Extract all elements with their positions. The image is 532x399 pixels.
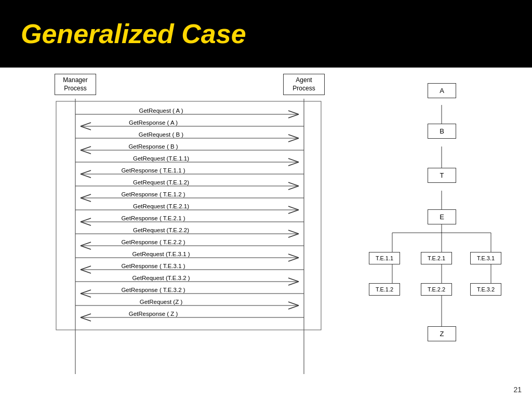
svg-text:GetRequest ( B ): GetRequest ( B ) [139,131,183,138]
header: Generalized Case [0,0,532,68]
svg-line-51 [288,254,299,258]
svg-line-59 [288,278,299,282]
svg-line-19 [288,158,299,162]
svg-text:GetRequest (T.E.1.1): GetRequest (T.E.1.1) [133,155,189,162]
sequence-diagram-svg: GetRequest ( A ) GetResponse ( A ) GetRe… [0,68,353,399]
svg-line-28 [288,186,299,190]
svg-line-15 [81,147,91,150]
svg-line-68 [288,305,299,309]
svg-line-47 [81,242,91,246]
svg-text:GetResponse ( T.E.3.2 ): GetResponse ( T.E.3.2 ) [121,287,185,293]
svg-text:GetRequest (Z ): GetRequest (Z ) [140,299,183,305]
tree-node-b: B [428,124,456,139]
svg-line-52 [288,258,299,261]
svg-text:GetRequest (T.E.2.2): GetRequest (T.E.2.2) [133,227,189,233]
svg-line-56 [81,270,91,273]
tree-node-a: A [428,83,456,98]
svg-text:GetResponse ( T.E.2.2 ): GetResponse ( T.E.2.2 ) [121,239,185,245]
svg-rect-74 [52,148,322,327]
svg-line-55 [81,266,91,270]
tree-node-te32: T.E.3.2 [470,283,501,296]
svg-line-63 [81,290,91,294]
tree-node-te11: T.E.1.1 [369,252,400,264]
svg-line-44 [288,234,299,237]
tree-svg [353,68,532,399]
svg-line-20 [288,162,299,166]
svg-text:GetRequest (T.E.1.2): GetRequest (T.E.1.2) [133,179,189,185]
svg-line-43 [288,230,299,234]
svg-line-36 [288,210,299,214]
sequence-diagram: ManagerProcess AgentProcess GetRequest (… [0,68,353,399]
svg-line-39 [81,218,91,222]
svg-line-7 [81,123,91,126]
tree-node-z: Z [428,326,456,341]
svg-line-8 [81,126,91,130]
svg-line-48 [81,246,91,249]
svg-rect-75 [56,101,321,330]
svg-line-67 [288,302,299,305]
tree-node-e: E [428,209,456,224]
svg-line-11 [288,135,299,138]
page-title: Generalized Case [21,18,246,49]
svg-line-60 [288,282,299,285]
svg-line-40 [81,222,91,225]
svg-line-35 [288,206,299,210]
tree-node-t: T [428,168,456,183]
svg-line-31 [81,194,91,198]
svg-line-3 [288,111,299,114]
svg-text:GetRequest ( A ): GetRequest ( A ) [139,108,183,114]
svg-text:GetResponse ( T.E.3.1 ): GetResponse ( T.E.3.1 ) [121,263,185,269]
svg-line-23 [81,170,91,174]
main-content: ManagerProcess AgentProcess GetRequest (… [0,68,532,399]
agent-process-box: AgentProcess [283,74,325,95]
svg-line-72 [81,317,91,321]
svg-text:GetResponse ( A ): GetResponse ( A ) [129,119,178,126]
tree-node-te12: T.E.1.2 [369,283,400,296]
svg-line-4 [288,114,299,118]
svg-text:GetResponse ( Z ): GetResponse ( Z ) [129,311,178,317]
svg-text:GetResponse ( T.E.1.1 ): GetResponse ( T.E.1.1 ) [121,167,185,174]
tree-node-te22: T.E.2.2 [421,283,452,296]
svg-text:GetResponse ( T.E.2.1 ): GetResponse ( T.E.2.1 ) [121,215,185,221]
tree-node-te21: T.E.2.1 [421,252,452,264]
svg-text:GetResponse ( B ): GetResponse ( B ) [128,143,178,150]
svg-line-71 [81,314,91,317]
tree-node-te31: T.E.3.1 [470,252,501,264]
svg-text:GetRequest (T.E.3.1 ): GetRequest (T.E.3.1 ) [132,251,190,257]
svg-line-24 [81,174,91,178]
svg-line-16 [81,150,91,154]
tree-area: A B T E T.E.1.1 T.E.2.1 T.E.3.1 T.E.1.2 … [353,68,532,399]
svg-line-64 [81,294,91,297]
svg-line-27 [288,182,299,186]
svg-text:GetResponse ( T.E.1.2 ): GetResponse ( T.E.1.2 ) [121,191,185,197]
svg-text:GetRequest (T.E.3.2 ): GetRequest (T.E.3.2 ) [132,275,190,281]
svg-line-32 [81,198,91,202]
svg-line-12 [288,138,299,142]
page-number: 21 [513,385,522,394]
svg-text:GetRequest (T.E.2.1): GetRequest (T.E.2.1) [133,203,189,209]
manager-process-box: ManagerProcess [55,74,96,95]
